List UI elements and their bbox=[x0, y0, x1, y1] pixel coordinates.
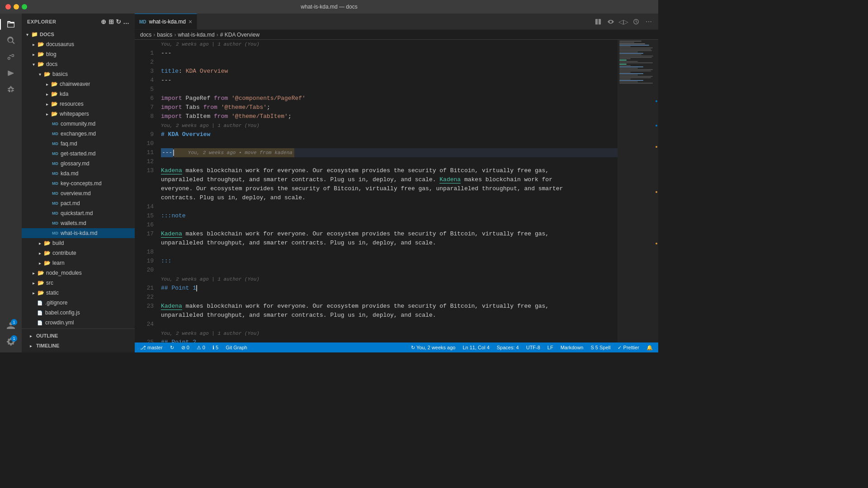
minimize-button[interactable] bbox=[14, 4, 19, 9]
git-blame-status[interactable]: ↻ You, 2 weeks ago bbox=[409, 343, 457, 352]
preview-icon[interactable] bbox=[605, 16, 617, 28]
code-line: title: KDA Overview bbox=[161, 67, 618, 76]
sidebar-item-babel-config[interactable]: 📄 babel.config.js bbox=[22, 308, 135, 318]
warnings-item[interactable]: ⚠ 0 bbox=[195, 343, 207, 352]
git-branch-icon: ⎇ bbox=[140, 345, 146, 351]
spell-item[interactable]: S 5 Spell bbox=[589, 343, 612, 352]
sidebar-item-docs-root[interactable]: 📁 DOCS bbox=[22, 29, 135, 39]
sidebar-item-chainweaver[interactable]: 📂 chainweaver bbox=[22, 79, 135, 89]
code-line: ::: bbox=[161, 257, 618, 266]
explorer-activity-icon[interactable] bbox=[4, 17, 18, 32]
sidebar-item-kda-md[interactable]: MD kda.md bbox=[22, 169, 135, 178]
sidebar-item-node-modules[interactable]: 📂 node_modules bbox=[22, 268, 135, 278]
collapse-all-icon[interactable]: ... bbox=[123, 18, 129, 25]
breadcrumb-docs[interactable]: docs bbox=[140, 32, 151, 38]
sidebar-item-build[interactable]: 📂 build bbox=[22, 238, 135, 248]
sidebar-item-resources[interactable]: 📂 resources bbox=[22, 99, 135, 109]
sidebar-item-static[interactable]: 📂 static bbox=[22, 288, 135, 298]
folder-icon: 📂 bbox=[43, 239, 51, 247]
timeline-icon[interactable] bbox=[630, 16, 642, 28]
sidebar-item-label: build bbox=[52, 240, 64, 246]
git-branch-item[interactable]: ⎇ master bbox=[138, 343, 165, 352]
sidebar-item-gitignore[interactable]: 📄 .gitignore bbox=[22, 298, 135, 308]
scroll-mark-orange1 bbox=[656, 146, 657, 148]
tab-what-is-kda[interactable]: MD what-is-kda.md × bbox=[135, 14, 197, 29]
split-editor-icon[interactable] bbox=[592, 16, 604, 28]
sidebar-item-exchanges-md[interactable]: MD exchanges.md bbox=[22, 129, 135, 139]
editor-content[interactable]: 1 2 3 4 5 6 7 8 9 10 11 12 13 14 15 16 bbox=[135, 40, 658, 343]
maximize-button[interactable] bbox=[22, 4, 27, 9]
sidebar-item-docs[interactable]: 📂 docs bbox=[22, 59, 135, 69]
cursor-position-item[interactable]: Ln 11, Col 4 bbox=[461, 343, 491, 352]
sidebar-item-community-md[interactable]: MD community.md bbox=[22, 119, 135, 129]
accounts-activity-icon[interactable]: 1 bbox=[4, 318, 18, 333]
code-line bbox=[161, 157, 618, 166]
sidebar-item-get-started-md[interactable]: MD get-started.md bbox=[22, 149, 135, 159]
source-control-activity-icon[interactable] bbox=[4, 50, 18, 64]
git-graph-label: Git Graph bbox=[226, 345, 247, 350]
code-line bbox=[161, 85, 618, 94]
notifications-item[interactable]: 🔔 bbox=[645, 343, 655, 352]
code-line bbox=[161, 293, 618, 302]
sidebar-item-docusaurus[interactable]: 📂 docusaurus bbox=[22, 39, 135, 49]
indent-item[interactable]: Spaces: 4 bbox=[495, 343, 521, 352]
sidebar-item-kda[interactable]: 📂 kda bbox=[22, 89, 135, 99]
sidebar-item-blog[interactable]: 📂 blog bbox=[22, 49, 135, 59]
breadcrumb-file[interactable]: what-is-kda.md bbox=[178, 32, 214, 38]
more-actions-icon[interactable]: ⋯ bbox=[643, 16, 655, 28]
sidebar-item-contribute[interactable]: 📂 contribute bbox=[22, 248, 135, 258]
search-activity-icon[interactable] bbox=[4, 33, 18, 48]
refresh-icon[interactable]: ↻ bbox=[116, 18, 122, 25]
settings-activity-icon[interactable]: 1 bbox=[4, 334, 18, 349]
minimap[interactable] bbox=[618, 40, 658, 343]
language-item[interactable]: Markdown bbox=[559, 343, 585, 352]
git-graph-item[interactable]: Git Graph bbox=[224, 343, 249, 352]
sidebar-item-whitepapers[interactable]: 📂 whitepapers bbox=[22, 109, 135, 119]
sidebar-item-learn[interactable]: 📂 learn bbox=[22, 258, 135, 268]
md-file-icon: MD bbox=[52, 140, 59, 147]
sidebar-item-src[interactable]: 📂 src bbox=[22, 278, 135, 288]
tab-bar: MD what-is-kda.md × bbox=[135, 14, 592, 29]
sidebar-item-label: what-is-kda.md bbox=[61, 230, 97, 236]
sidebar-item-pact-md[interactable]: MD pact.md bbox=[22, 198, 135, 208]
timeline-section[interactable]: TIMELINE bbox=[22, 341, 135, 351]
line-ending-item[interactable]: LF bbox=[546, 343, 555, 352]
git-branch-label: master bbox=[147, 345, 163, 350]
timeline-expand-arrow bbox=[27, 342, 34, 349]
breadcrumb-basics[interactable]: basics bbox=[157, 32, 172, 38]
sidebar-item-crowdin[interactable]: 📄 crowdin.yml bbox=[22, 318, 135, 328]
warnings-label: ⚠ 0 bbox=[197, 345, 205, 351]
sync-item[interactable]: ↻ bbox=[168, 343, 176, 352]
sidebar-item-key-concepts-md[interactable]: MD key-concepts.md bbox=[22, 178, 135, 188]
sidebar-item-what-is-kda-md[interactable]: MD what-is-kda.md bbox=[22, 228, 135, 238]
outline-section[interactable]: OUTLINE bbox=[22, 331, 135, 341]
breadcrumb-symbol[interactable]: # KDA Overview bbox=[220, 32, 259, 38]
sidebar-item-label: learn bbox=[52, 260, 65, 266]
prettier-item[interactable]: ✓ Prettier bbox=[616, 343, 641, 352]
sidebar-item-label: faq.md bbox=[61, 141, 77, 147]
sidebar-item-basics[interactable]: 📂 basics bbox=[22, 69, 135, 79]
tab-close-button[interactable]: × bbox=[189, 19, 192, 25]
sidebar-item-wallets-md[interactable]: MD wallets.md bbox=[22, 218, 135, 228]
sidebar-item-faq-md[interactable]: MD faq.md bbox=[22, 139, 135, 149]
sidebar-item-quickstart-md[interactable]: MD quickstart.md bbox=[22, 208, 135, 218]
info-item[interactable]: ℹ 5 bbox=[211, 343, 220, 352]
breadcrumb-sep1: › bbox=[153, 32, 155, 38]
sidebar-bottom-sections: OUTLINE TIMELINE bbox=[22, 328, 135, 352]
run-activity-icon[interactable] bbox=[4, 66, 18, 80]
new-folder-icon[interactable]: ⊞ bbox=[108, 18, 114, 25]
sidebar-item-label: kda.md bbox=[61, 170, 78, 177]
sidebar-item-label: whitepapers bbox=[60, 111, 89, 117]
open-changes-icon[interactable]: ◁▷ bbox=[618, 16, 629, 28]
errors-item[interactable]: ⊘ 0 bbox=[179, 343, 191, 352]
encoding-item[interactable]: UTF-8 bbox=[524, 343, 542, 352]
sidebar-item-overview-md[interactable]: MD overview.md bbox=[22, 188, 135, 198]
md-file-icon: MD bbox=[52, 160, 59, 167]
extensions-activity-icon[interactable] bbox=[4, 82, 18, 97]
code-editor[interactable]: You, 2 weeks ago | 1 author (You) --- ti… bbox=[157, 40, 618, 343]
bell-icon: 🔔 bbox=[646, 345, 653, 351]
new-file-icon[interactable]: ⊕ bbox=[101, 18, 107, 25]
sidebar-item-glossary-md[interactable]: MD glossary.md bbox=[22, 159, 135, 169]
close-button[interactable] bbox=[5, 4, 11, 9]
inline-blame: You, 2 weeks ago • move from kadena bbox=[174, 148, 294, 157]
